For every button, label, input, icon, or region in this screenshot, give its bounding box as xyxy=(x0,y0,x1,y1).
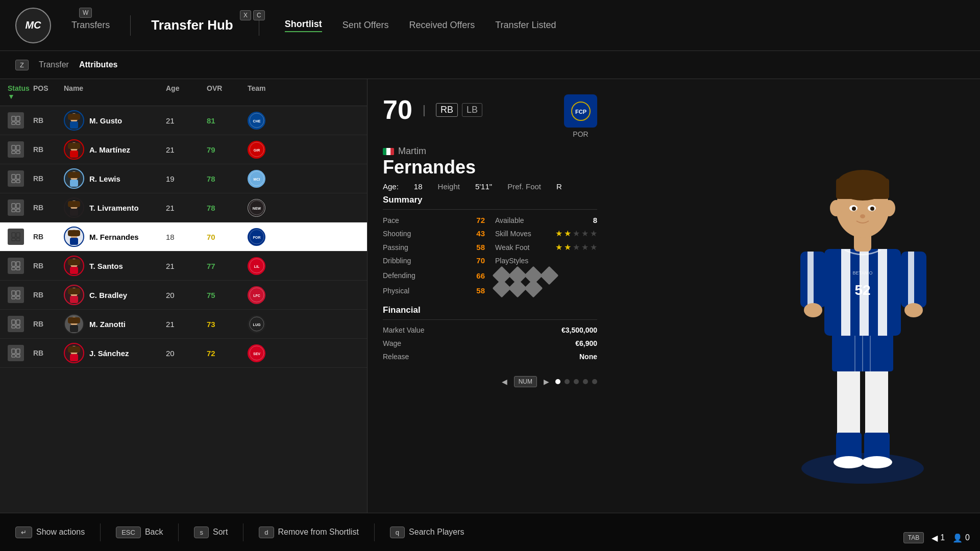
scout-icon xyxy=(8,170,24,187)
player-row[interactable]: RB R. Lewis 19 78 MCI xyxy=(0,164,367,193)
page-prev[interactable]: ◀ xyxy=(500,377,510,387)
remove-btn[interactable]: d Remove from Shortlist xyxy=(259,527,359,538)
player-age: 20 xyxy=(166,291,207,299)
w-key-badge: W xyxy=(79,8,92,18)
nav-hub-title: Transfer Hub xyxy=(151,17,233,33)
team-badge-area: FCP POR xyxy=(564,94,597,138)
player-photo xyxy=(64,168,84,189)
c-key: C xyxy=(253,10,265,20)
height-val: 5'11" xyxy=(475,182,492,191)
tab-transfer-listed[interactable]: Transfer Listed xyxy=(495,20,556,31)
scout-icon xyxy=(8,141,24,158)
player-last-name: Fernandes xyxy=(383,157,597,178)
foot-val: R xyxy=(556,182,562,191)
tab-sent-offers[interactable]: Sent Offers xyxy=(342,20,389,31)
tab-shortlist[interactable]: Shortlist xyxy=(285,19,322,32)
player-name: J. Sánchez xyxy=(89,349,129,358)
stat-shooting: Shooting 43 xyxy=(383,229,485,238)
player-photo xyxy=(64,256,84,276)
player-pos: RB xyxy=(33,174,64,183)
player-name-col: M. Fernandes xyxy=(64,227,166,247)
sort-btn[interactable]: s Sort xyxy=(194,527,228,538)
player-row[interactable]: RB M. Fernandes 18 70 POR xyxy=(0,222,367,252)
player-name: T. Livramento xyxy=(89,204,139,212)
svg-point-114 xyxy=(830,200,842,216)
svg-rect-11 xyxy=(12,151,15,154)
wage-row: Wage €6,900 xyxy=(383,339,597,347)
svg-rect-32 xyxy=(70,209,78,216)
market-value: €3,500,000 xyxy=(561,326,597,334)
sep2 xyxy=(178,523,179,541)
sub-tab-transfer[interactable]: Transfer xyxy=(39,60,69,69)
player-row[interactable]: RB A. Martínez 21 79 GIR xyxy=(0,135,367,164)
back-icon: ◀ xyxy=(932,533,938,543)
player-age: 21 xyxy=(166,116,207,125)
back-btn[interactable]: ESC Back xyxy=(116,527,163,538)
show-actions-btn[interactable]: ↵ Show actions xyxy=(15,527,85,538)
svg-rect-1 xyxy=(16,116,20,121)
svg-rect-12 xyxy=(16,151,20,154)
player-ovr: 72 xyxy=(207,349,248,358)
svg-rect-64 xyxy=(16,320,20,324)
user-icon: 👤 xyxy=(952,533,963,543)
player-name: R. Lewis xyxy=(89,174,120,183)
scout-icon xyxy=(8,112,24,129)
player-name-col: A. Martínez xyxy=(64,139,166,160)
player-name: A. Martínez xyxy=(89,145,130,154)
svg-point-113 xyxy=(860,214,865,218)
player-row[interactable]: RB M. Gusto 21 81 CHE xyxy=(0,106,367,135)
detail-rating: 70 | RB LB xyxy=(383,94,482,125)
financial-grid: Market Value €3,500,000 Wage €6,900 Rele… xyxy=(383,326,597,361)
svg-rect-19 xyxy=(16,174,20,179)
wage-val: €6,900 xyxy=(575,339,597,347)
svg-text:52: 52 xyxy=(854,282,870,298)
tab-received-offers[interactable]: Received Offers xyxy=(409,20,475,31)
dot-3 xyxy=(574,379,579,384)
player-age: 21 xyxy=(166,262,207,270)
player-ovr: 78 xyxy=(207,174,248,183)
player-name-col: T. Livramento xyxy=(64,197,166,218)
detail-top: 70 | RB LB FCP POR xyxy=(383,94,597,138)
player-row[interactable]: RB M. Zanotti 21 73 LUG xyxy=(0,310,367,339)
player-photo xyxy=(64,227,84,247)
section-summary-title-area: Summary Pace 72 Available 8 Shooting xyxy=(383,195,597,295)
svg-point-112 xyxy=(870,207,874,211)
list-header: Status ▼ POS Name Age OVR Team xyxy=(0,79,367,106)
player-name-col: C. Bradley xyxy=(64,285,166,305)
nav-transfers-link[interactable]: Transfers xyxy=(71,20,110,31)
playstyles-row2 xyxy=(495,281,597,295)
player-age: 21 xyxy=(166,145,207,154)
sub-tab-attributes[interactable]: Attributes xyxy=(79,60,118,69)
svg-rect-33 xyxy=(68,201,80,207)
divider: | xyxy=(423,103,426,117)
svg-rect-101 xyxy=(807,252,814,308)
main-content: Status ▼ POS Name Age OVR Team RB xyxy=(0,79,980,551)
scout-icon xyxy=(8,287,24,303)
pos-tags: RB LB xyxy=(436,103,482,117)
svg-rect-20 xyxy=(12,180,15,183)
player-row[interactable]: RB C. Bradley 20 75 LFC xyxy=(0,281,367,310)
svg-rect-6 xyxy=(68,114,80,120)
skill-stars: ★ ★ ★ ★ ★ xyxy=(555,229,597,238)
age-val: 18 xyxy=(414,182,423,191)
team-logo: CHE xyxy=(248,112,265,130)
player-row[interactable]: RB J. Sánchez 20 72 SEV xyxy=(0,339,367,368)
svg-point-111 xyxy=(852,207,856,211)
player-detail-panel: 70 | RB LB FCP POR xyxy=(368,79,980,551)
svg-rect-59 xyxy=(70,296,78,303)
detail-left: 70 | RB LB xyxy=(383,94,482,125)
page-next[interactable]: ▶ xyxy=(541,377,551,387)
svg-point-92 xyxy=(834,456,864,468)
player-meta: Age: 18 Height 5'11" Pref. Foot R xyxy=(383,182,597,191)
svg-rect-65 xyxy=(12,325,15,328)
user-count: 👤 0 xyxy=(952,533,970,543)
player-name-col: M. Zanotti xyxy=(64,314,166,334)
player-name: M. Gusto xyxy=(89,116,122,125)
playstyles-row1 xyxy=(495,269,597,282)
player-full-name: Martim Fernandes xyxy=(383,146,597,178)
svg-rect-15 xyxy=(68,143,80,149)
player-photo xyxy=(64,197,84,218)
player-row[interactable]: RB T. Santos 21 77 LIL xyxy=(0,252,367,281)
financial-title: Financial xyxy=(383,305,597,320)
player-row[interactable]: RB T. Livramento 21 78 NEW xyxy=(0,193,367,222)
